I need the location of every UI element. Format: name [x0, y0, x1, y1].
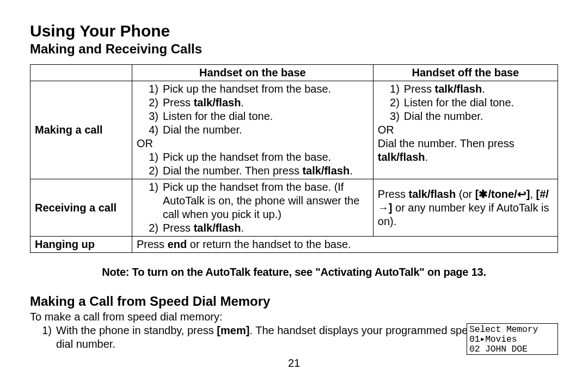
page-title: Using Your Phone — [30, 22, 558, 40]
list-item: With the phone in standby, press [mem]. … — [56, 324, 481, 351]
row-label-hanging: Hanging up — [30, 237, 132, 253]
page-number: 21 — [0, 357, 588, 370]
section-subtitle: Making and Receiving Calls — [30, 41, 558, 57]
list-item: Dial the number. — [404, 110, 553, 123]
cell-hanging: Press end or return the handset to the b… — [132, 237, 558, 253]
list-item: Pick up the handset from the base. — [163, 82, 369, 96]
speed-dial-intro: To make a call from speed dial memory: — [30, 310, 558, 324]
speed-dial-title: Making a Call from Speed Dial Memory — [30, 294, 558, 309]
col-header-off: Handset off the base — [373, 65, 558, 81]
list-item: Dial the number. — [163, 123, 369, 137]
cell-making-on: Pick up the handset from the base. Press… — [132, 81, 373, 179]
list-item: Pick up the handset from the base. — [163, 150, 369, 164]
col-header-on: Handset on the base — [132, 65, 373, 81]
table-row: Hanging up Press end or return the hands… — [30, 237, 558, 253]
or-divider: OR — [137, 137, 369, 150]
list-item: Dial the number. Then press talk/flash. — [163, 164, 369, 178]
cell-receiving-on: Pick up the handset from the base. (If A… — [132, 179, 373, 237]
cell-receiving-off: Press talk/flash (or [✱/tone/↩], [#/→] o… — [373, 179, 558, 237]
or-divider: OR — [378, 123, 553, 137]
list-item: Press talk/flash. — [163, 221, 369, 235]
table-row: Receiving a call Pick up the handset fro… — [30, 179, 558, 237]
list-item: Press talk/flash. — [404, 82, 553, 96]
row-label-making: Making a call — [30, 81, 132, 179]
cell-making-off: Press talk/flash. Listen for the dial to… — [373, 81, 558, 179]
table-row: Making a call Pick up the handset from t… — [30, 81, 558, 179]
autotalk-note: Note: To turn on the AutoTalk feature, s… — [30, 266, 558, 279]
list-item: Listen for the dial tone. — [404, 96, 553, 110]
alt-instruction: Dial the number. Then press talk/flash. — [378, 137, 553, 164]
row-label-receiving: Receiving a call — [30, 179, 132, 237]
lcd-screen: Select Memory 01▸Movies 02 JOHN DOE — [467, 323, 558, 355]
list-item: Pick up the handset from the base. (If A… — [163, 180, 369, 221]
list-item: Press talk/flash. — [163, 96, 369, 110]
calls-table: Handset on the base Handset off the base… — [30, 64, 558, 253]
list-item: Listen for the dial tone. — [163, 110, 369, 123]
